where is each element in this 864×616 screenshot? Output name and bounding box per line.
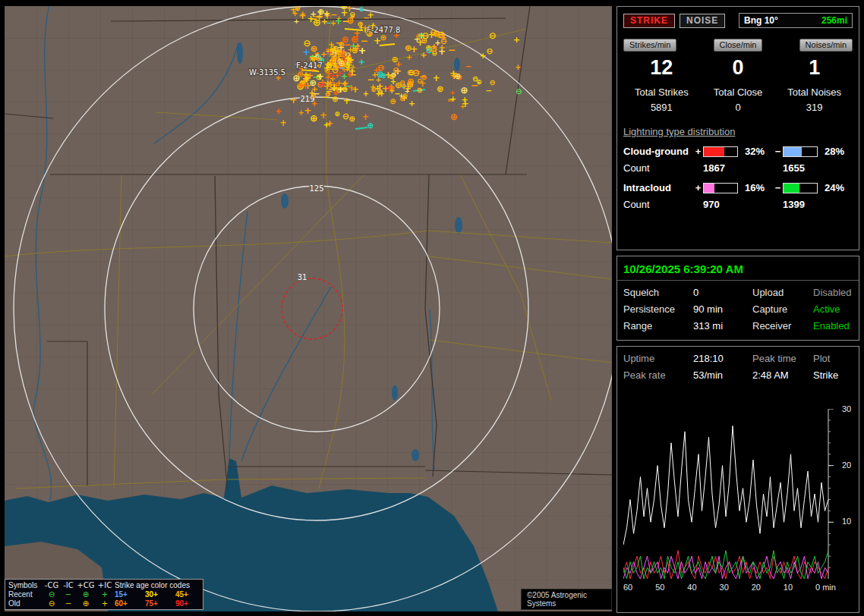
lightning-map[interactable]: 219 125 31 ++⊖+⊕⊕++++⊕++−+++⊕+++−−⊕+++−−… [5,6,612,611]
strike-marker: − [471,80,479,91]
strike-marker: + [323,10,330,18]
cloud-ground-row: Cloud-ground + 32% − 28% [623,146,853,157]
uptime-value: 218:10 [693,353,752,364]
age-90: 90+ [175,599,203,608]
ic-negative-bar [783,183,818,193]
age-15: 15+ [115,590,145,599]
strike-marker: + [326,69,332,77]
strike-marker: + [359,46,366,55]
strike-marker: + [419,78,427,89]
strike-marker: + [358,57,365,67]
legend-col-pos-cg: +CG [77,581,95,589]
cg-positive-count: 1867 [703,162,773,174]
recent-pos-cg-icon: ⊕ [77,590,95,599]
trend-series-neg-ic-rate [623,551,828,579]
recent-neg-cg-icon: ⊖ [43,590,60,599]
strike-marker: + [275,106,282,115]
strike-marker: + [433,73,440,83]
legend-col-pos-ic: +IC [95,581,115,589]
old-pos-cg-icon: ⊕ [77,599,95,608]
plot-type-value: Strike [813,369,859,381]
ic-positive-pct: 16% [741,182,773,193]
cg-negative-pct: 28% [821,146,848,157]
strike-marker: ⊕ [332,44,339,54]
strike-marker: + [342,96,350,106]
bearing-value: Bng 10° [744,15,778,26]
plus-sign: + [693,182,703,193]
strike-marker: + [363,90,369,98]
strike-marker: + [449,94,456,103]
strike-marker: ⊕ [359,6,365,13]
legend-recent-label: Recent [8,590,43,599]
x-tick-10: 10 [784,583,793,592]
strike-marker: + [319,80,326,89]
strike-marker: + [513,35,520,45]
strike-marker: + [299,10,305,18]
storm-label-f2417: F-2417 [296,61,323,70]
noises-per-min-button[interactable]: Noises/min [799,39,853,52]
cg-positive-bar [703,146,738,157]
upload-status: Disabled [813,287,859,298]
ic-positive-bar [703,183,738,193]
strike-marker: − [485,86,491,95]
age-45: 45+ [175,590,203,599]
close-per-min-button[interactable]: Close/min [714,39,763,52]
upload-label: Upload [752,287,813,298]
x-tick-50: 50 [655,583,664,592]
lake-pontchartrain [47,504,102,527]
strike-marker: + [462,99,469,109]
strike-marker: ⊕ [450,112,458,122]
total-close-label: Total Close [700,86,777,98]
strike-marker: + [367,10,374,20]
strike-marker: ⊕ [405,42,412,53]
distribution-title: Lightning type distribution [623,126,853,137]
side-panel: STRIKE NOISE Bng 10° 256mi Strikes/min C… [616,6,859,613]
trend-graph-label: Trend graph [623,388,693,400]
divider [617,280,859,281]
plus-sign: + [693,146,703,157]
strike-marker: ⊖ [516,86,522,96]
squelch-value: 0 [693,287,752,298]
cloud-ground-label: Cloud-ground [623,146,693,157]
total-strikes-label: Total Strikes [623,86,700,98]
legend-symbols-header: Symbols [8,581,43,589]
trend-series-neg-cg-rate [623,551,828,579]
strike-marker: + [279,118,287,128]
symbols-legend: Symbols -CG -IC +CG +IC Strike age color… [5,579,203,610]
ring-label-31: 31 [298,273,307,281]
ic-negative-pct: 24% [821,182,848,193]
trend-plot-canvas [623,409,837,580]
cloud-ground-count-row: Count 1867 1655 [623,162,853,174]
x-tick-60: 60 [623,583,632,592]
old-pos-ic-icon: + [95,599,115,608]
cg-negative-bar [783,146,818,157]
strike-marker: + [480,51,487,61]
trend-series-strike-rate [623,426,828,545]
strike-marker: ⊕ [380,71,386,80]
old-neg-cg-icon: ⊖ [43,599,60,608]
strike-marker: ⊕ [338,39,345,49]
rates-section: STRIKE NOISE Bng 10° 256mi Strikes/min C… [616,6,859,250]
trend-series-pos-ic-rate [623,556,828,579]
strike-marker: + [289,94,297,105]
strike-toggle-button[interactable]: STRIKE [623,14,675,28]
strike-marker: ⊕ [437,83,444,94]
range-value: 256mi [821,15,847,26]
copyright-notice: ©2005 Astrogenic Systems [521,589,612,610]
strikes-per-min-button[interactable]: Strikes/min [623,39,676,52]
strike-marker: ⊖ [430,27,437,38]
strike-marker: − [350,70,357,80]
y-tick-30: 30 [842,404,851,413]
strike-marker: ⊖ [393,65,399,75]
strike-marker: ⊕ [334,110,340,118]
legend-age-header: Strike age color codes [115,581,203,589]
bearing-range-display: Bng 10° 256mi [739,13,853,28]
strike-marker: ⊕ [454,71,461,81]
strike-marker: + [345,52,352,64]
persistence-label: Persistence [623,303,693,315]
strike-marker: + [378,90,384,98]
strike-marker: + [310,9,317,18]
legend-old-label: Old [8,599,43,608]
strike-marker: − [339,63,346,72]
noise-toggle-button[interactable]: NOISE [680,14,725,28]
